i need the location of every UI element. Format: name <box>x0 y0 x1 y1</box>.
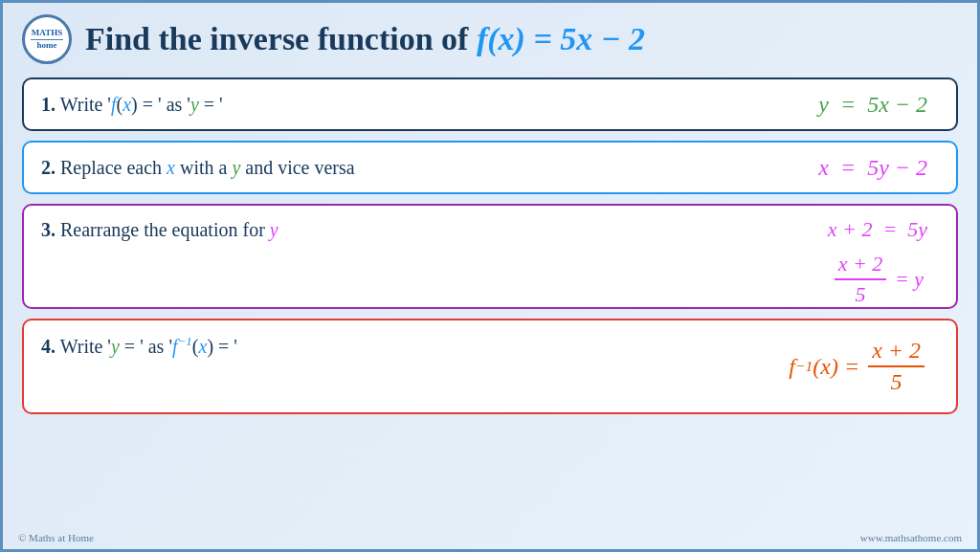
step-1-box: 1. Write 'f(x) = ' as 'y = ' y = 5x − 2 <box>22 77 958 131</box>
title-function: f(x) = 5x − 2 <box>477 21 645 56</box>
step-4-math-expr: f−1(x) = x + 2 5 <box>789 338 927 395</box>
step-3-math-line1: x + 2 = 5y <box>828 217 927 242</box>
logo-text-home: home <box>37 41 57 51</box>
step-4-text: 4. Write 'y = ' as 'f−1(x) = ' <box>41 334 237 358</box>
step-4-math: f−1(x) = x + 2 5 <box>789 338 927 395</box>
logo-text-maths: MATHS <box>32 29 62 38</box>
step-3-math: x + 2 = 5y x + 2 5 = y <box>828 217 927 307</box>
page-title: Find the inverse function of f(x) = 5x −… <box>85 21 645 57</box>
step-2-box: 2. Replace each x with a y and vice vers… <box>22 141 958 194</box>
step-3-text: 3. Rearrange the equation for y <box>41 219 278 241</box>
footer-right: www.mathsathome.com <box>860 532 962 543</box>
step-3-box: 3. Rearrange the equation for y x + 2 = … <box>22 204 958 309</box>
step-3-math-line2: x + 2 5 = y <box>832 252 924 307</box>
footer-left: © Maths at Home <box>18 532 94 543</box>
step-4-box: 4. Write 'y = ' as 'f−1(x) = ' f−1(x) = … <box>22 319 958 414</box>
step-1-math: y = 5x − 2 <box>818 92 927 118</box>
step-1-text: 1. Write 'f(x) = ' as 'y = ' <box>41 94 223 116</box>
logo: MATHS home <box>22 14 72 64</box>
steps-container: 1. Write 'f(x) = ' as 'y = ' y = 5x − 2 … <box>22 77 958 414</box>
page-container: MATHS home Find the inverse function of … <box>0 0 980 552</box>
step-2-text: 2. Replace each x with a y and vice vers… <box>41 157 355 179</box>
header: MATHS home Find the inverse function of … <box>22 14 958 64</box>
step-2-math: x = 5y − 2 <box>818 155 927 181</box>
footer: © Maths at Home www.mathsathome.com <box>18 532 962 543</box>
